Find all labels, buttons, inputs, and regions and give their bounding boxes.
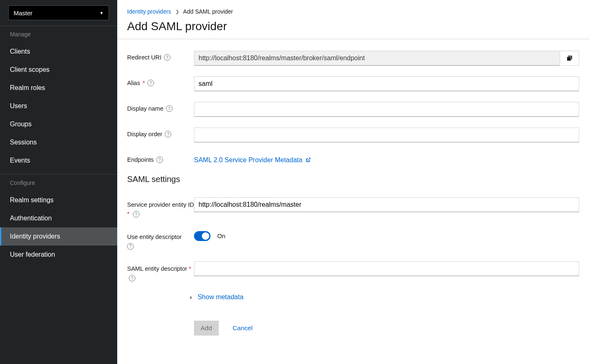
external-link-icon	[305, 157, 311, 163]
saml-settings-heading: SAML settings	[127, 175, 579, 184]
redirect-uri-input[interactable]	[194, 51, 560, 66]
use-entity-descriptor-toggle[interactable]	[194, 231, 211, 241]
breadcrumb-parent-link[interactable]: Identity providers	[127, 8, 171, 15]
nav-section-manage: Manage	[0, 26, 117, 43]
saml-entity-descriptor-label: SAML entity descriptor	[127, 265, 187, 272]
saml-entity-descriptor-input[interactable]	[194, 261, 579, 276]
help-icon[interactable]: ?	[127, 243, 134, 250]
alias-input[interactable]	[194, 76, 579, 91]
nav-item-authentication[interactable]: Authentication	[0, 209, 117, 227]
copy-icon	[566, 55, 573, 61]
endpoints-link[interactable]: SAML 2.0 Service Provider Metadata	[194, 156, 311, 164]
page-title: Add SAML provider	[127, 20, 579, 33]
caret-down-icon: ▼	[99, 11, 104, 15]
redirect-uri-label: Redirect URI	[127, 54, 161, 61]
toggle-state-label: On	[217, 232, 225, 239]
nav-item-realm-settings[interactable]: Realm settings	[0, 191, 117, 209]
sp-entity-id-input[interactable]	[194, 197, 579, 212]
alias-label: Alias	[127, 80, 140, 86]
nav-item-events[interactable]: Events	[0, 151, 117, 174]
required-indicator: *	[127, 210, 130, 217]
chevron-right-icon: ›	[190, 294, 192, 300]
help-icon[interactable]: ?	[129, 275, 135, 281]
show-metadata-toggle[interactable]: › Show metadata	[190, 293, 579, 301]
endpoints-link-label: SAML 2.0 Service Provider Metadata	[194, 156, 303, 164]
breadcrumb: Identity providers ❯ Add SAML provider	[127, 8, 579, 15]
display-name-label: Display name	[127, 105, 163, 112]
help-icon[interactable]: ?	[133, 211, 140, 217]
help-icon[interactable]: ?	[166, 105, 173, 112]
copy-button[interactable]	[560, 51, 579, 66]
nav-section-configure: Configure	[0, 174, 117, 191]
display-order-label: Display order	[127, 131, 162, 137]
nav-item-client-scopes[interactable]: Client scopes	[0, 61, 117, 79]
endpoints-label: Endpoints	[127, 156, 154, 163]
add-button[interactable]: Add	[194, 321, 219, 336]
nav-item-realm-roles[interactable]: Realm roles	[0, 79, 117, 97]
nav-item-users[interactable]: Users	[0, 97, 117, 115]
required-indicator: *	[142, 80, 145, 86]
realm-selector[interactable]: Master ▼	[8, 5, 109, 20]
sp-entity-id-label: Service provider entity ID	[127, 201, 194, 208]
divider	[117, 39, 589, 39]
help-icon[interactable]: ?	[164, 54, 170, 61]
breadcrumb-current: Add SAML provider	[183, 8, 233, 15]
display-order-input[interactable]	[194, 128, 579, 142]
use-entity-descriptor-label: Use entity descriptor	[127, 234, 182, 240]
help-icon[interactable]: ?	[156, 156, 163, 163]
sidebar: Master ▼ Manage ClientsClient scopesReal…	[0, 0, 117, 364]
nav-item-user-federation[interactable]: User federation	[0, 246, 117, 264]
nav-item-clients[interactable]: Clients	[0, 43, 117, 61]
nav-item-sessions[interactable]: Sessions	[0, 133, 117, 151]
realm-name: Master	[14, 9, 33, 17]
show-metadata-link[interactable]: Show metadata	[198, 293, 244, 301]
required-indicator: *	[189, 265, 191, 272]
help-icon[interactable]: ?	[147, 80, 154, 86]
chevron-right-icon: ❯	[175, 9, 179, 14]
display-name-input[interactable]	[194, 102, 579, 117]
main-content: Identity providers ❯ Add SAML provider A…	[117, 0, 589, 364]
cancel-button[interactable]: Cancel	[226, 321, 259, 336]
nav-item-groups[interactable]: Groups	[0, 115, 117, 133]
nav-item-identity-providers[interactable]: Identity providers	[0, 227, 117, 246]
help-icon[interactable]: ?	[165, 131, 171, 137]
